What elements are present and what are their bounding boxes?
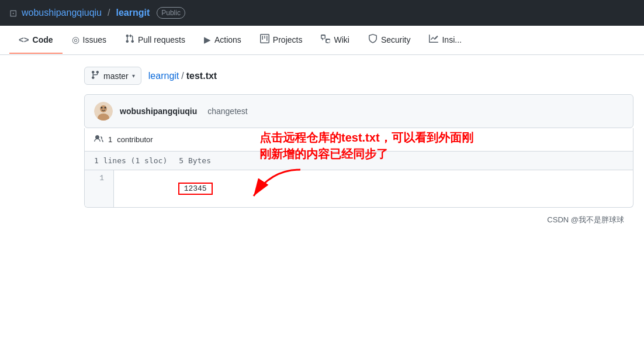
highlighted-content: 12345 [178,183,213,195]
code-line-1: 1 12345 [85,170,633,207]
tab-actions[interactable]: ▶ Actions [195,26,251,54]
breadcrumb: learngit / test.txt [148,71,217,81]
tab-wiki[interactable]: Wiki [311,26,358,54]
repo-owner-link[interactable]: wobushipangqiuqiu [22,8,102,18]
file-content-box: 1 lines (1 sloc) 5 Bytes 1 12345 [84,152,633,208]
actions-icon: ▶ [204,35,211,45]
contributors-label: contributor [117,135,153,144]
svg-point-1 [100,105,107,112]
line-content-1: 12345 [114,170,633,207]
issues-icon: ◎ [72,35,79,45]
avatar [94,102,113,121]
branch-name: master [103,71,129,81]
top-header: ⊡ wobushipangqiuqiu / learngit Public [0,0,644,26]
branch-selector[interactable]: master ▾ [84,67,141,85]
breadcrumb-repo-link[interactable]: learngit [148,71,179,81]
contributors-icon [94,134,103,145]
line-number-1: 1 [85,170,114,207]
tab-code-label: Code [33,35,53,44]
contributors-row: 1 contributor [84,128,633,152]
contributors-count: 1 [108,135,112,144]
breadcrumb-separator: / [181,71,183,81]
security-icon [368,34,378,45]
watermark-text: CSDN @我不是胖球球 [547,215,624,224]
tab-issues[interactable]: ◎ Issues [63,26,116,54]
svg-point-3 [101,107,103,109]
csdn-watermark: CSDN @我不是胖球球 [84,210,633,230]
tab-pull-requests[interactable]: Pull requests [116,26,195,54]
tab-projects[interactable]: Projects [251,26,312,54]
insights-icon [429,34,438,45]
public-badge: Public [157,7,185,19]
repo-icon: ⊡ [9,8,17,19]
tab-security[interactable]: Security [359,26,420,54]
repo-separator: / [108,8,110,18]
file-size-info: 5 Bytes [179,156,211,165]
tab-insights-label: Insi... [442,35,461,44]
commit-info-box: wobushipangqiuqiu changetest [84,94,633,128]
repo-name-link[interactable]: learngit [116,8,150,18]
projects-icon [260,34,269,45]
tab-pull-requests-label: Pull requests [138,35,185,44]
svg-point-4 [105,107,106,109]
main-content: master ▾ learngit / test.txt wobushipang… [0,55,643,242]
tab-insights[interactable]: Insi... [420,26,470,54]
code-icon: <> [19,35,29,44]
tab-wiki-label: Wiki [334,35,349,44]
tab-code[interactable]: <> Code [9,26,63,54]
file-lines-info: 1 lines (1 sloc) [94,156,167,165]
tab-actions-label: Actions [214,35,241,44]
wiki-icon [321,34,330,45]
nav-tabs: <> Code ◎ Issues Pull requests ▶ Actions… [0,26,644,55]
tab-projects-label: Projects [273,35,303,44]
branch-icon [91,70,100,81]
code-area: 1 12345 [85,170,633,207]
file-section: wobushipangqiuqiu changetest 1 contribut… [84,94,633,208]
commit-author[interactable]: wobushipangqiuqiu [120,106,197,116]
commit-message: changetest [207,106,248,116]
file-header-row: master ▾ learngit / test.txt [84,67,633,85]
chevron-down-icon: ▾ [132,73,135,79]
tab-security-label: Security [381,35,411,44]
tab-issues-label: Issues [83,35,106,44]
file-meta-bar: 1 lines (1 sloc) 5 Bytes [85,152,633,170]
pull-requests-icon [125,34,134,45]
breadcrumb-filename: test.txt [186,71,217,81]
